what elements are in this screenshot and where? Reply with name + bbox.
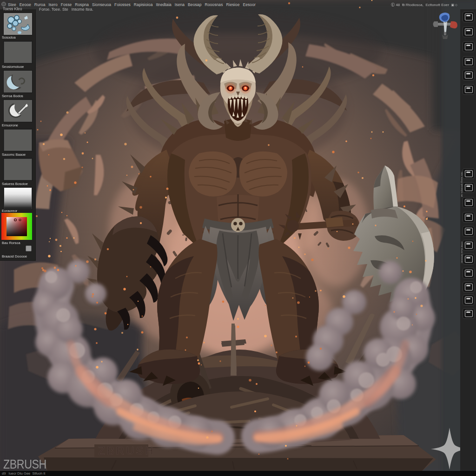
- svg-text:ZBRUSH: ZBRUSH: [98, 444, 155, 457]
